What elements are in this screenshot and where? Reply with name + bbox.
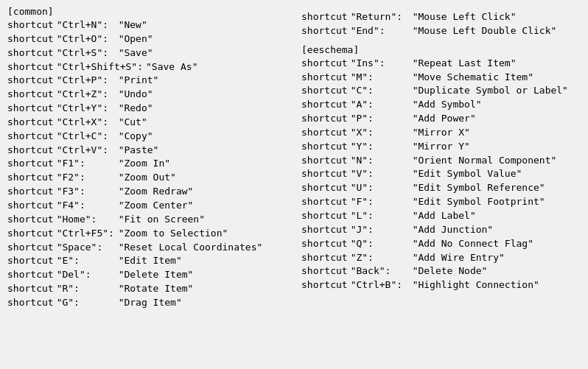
shortcut-keyword: shortcut [7,171,54,185]
shortcut-key: "Ctrl+F5": [57,227,116,241]
shortcut-row: shortcut"End":"Mouse Left Double Click" [301,24,581,38]
shortcut-desc: "New" [119,18,147,32]
shortcut-keyword: shortcut [7,241,54,255]
shortcut-keyword: shortcut [301,264,348,278]
shortcut-key: "Ctrl+O": [57,32,116,46]
section-header-0-0: [common] [7,6,287,17]
shortcut-keyword: shortcut [301,278,348,292]
shortcut-key: "P": [351,112,410,126]
shortcut-desc: "Highlight Connection" [413,278,539,292]
shortcut-row: shortcut"U":"Edit Symbol Reference" [301,181,581,195]
shortcut-keyword: shortcut [7,130,54,144]
shortcut-desc: "Zoom Center" [119,199,194,213]
shortcut-desc: "Add Wire Entry" [413,251,505,265]
shortcut-key: "Ctrl+C": [57,130,116,144]
shortcut-row: shortcut"Space":"Reset Local Coordinates… [7,241,287,255]
shortcut-keyword: shortcut [7,32,54,46]
shortcut-row: shortcut"F2":"Zoom Out" [7,171,287,185]
shortcut-key: "Return": [351,10,410,24]
shortcut-keyword: shortcut [7,213,54,227]
shortcut-key: "Del": [57,268,116,282]
shortcut-row: shortcut"F3":"Zoom Redraw" [7,185,287,199]
shortcut-key: "Back": [351,264,410,278]
shortcut-key: "Ctrl+V": [57,144,116,158]
shortcut-row: shortcut"Return":"Mouse Left Click" [301,10,581,24]
shortcut-row: shortcut"F1":"Zoom In" [7,157,287,171]
shortcut-desc: "Delete Node" [413,264,488,278]
shortcut-row: shortcut"Ctrl+Shift+S":"Save As" [7,60,287,74]
shortcut-key: "E": [57,254,116,268]
shortcut-desc: "Mirror Y" [413,140,470,154]
shortcut-key: "Ctrl+B": [351,278,410,292]
shortcut-keyword: shortcut [7,185,54,199]
shortcut-row: shortcut"Del":"Delete Item" [7,268,287,282]
shortcut-row: shortcut"Home":"Fit on Screen" [7,213,287,227]
shortcut-desc: "Reset Local Coordinates" [119,241,263,255]
shortcut-desc: "Zoom Redraw" [119,185,194,199]
shortcut-keyword: shortcut [301,223,348,237]
shortcut-key: "Y": [351,140,410,154]
shortcut-desc: "Edit Symbol Reference" [413,181,545,195]
shortcut-row: shortcut"Q":"Add No Connect Flag" [301,237,581,251]
shortcut-keyword: shortcut [301,251,348,265]
section-header-1-1: [eeschema] [301,44,581,55]
shortcut-keyword: shortcut [301,167,348,181]
shortcut-key: "Ctrl+S": [57,46,116,60]
shortcut-desc: "Rotate Item" [119,282,194,296]
shortcut-keyword: shortcut [7,268,54,282]
shortcut-key: "F4": [57,199,116,213]
shortcut-row: shortcut"Ins":"Repeat Last Item" [301,57,581,71]
shortcut-key: "Z": [351,251,410,265]
shortcut-row: shortcut"Ctrl+C":"Copy" [7,130,287,144]
shortcut-key: "Space": [57,241,116,255]
shortcut-desc: "Mirror X" [413,126,470,140]
shortcut-keyword: shortcut [7,102,54,116]
shortcut-row: shortcut"Ctrl+P":"Print" [7,74,287,88]
shortcut-key: "Ins": [351,57,410,71]
shortcut-key: "C": [351,84,410,98]
shortcut-key: "F2": [57,171,116,185]
shortcut-keyword: shortcut [7,144,54,158]
shortcut-key: "F1": [57,157,116,171]
shortcut-row: shortcut"Ctrl+Y":"Redo" [7,102,287,116]
shortcut-row: shortcut"N":"Orient Normal Component" [301,154,581,168]
shortcut-key: "Ctrl+P": [57,74,116,88]
shortcut-keyword: shortcut [301,209,348,223]
shortcut-keyword: shortcut [7,282,54,296]
shortcut-row: shortcut"Ctrl+O":"Open" [7,32,287,46]
shortcut-key: "J": [351,223,410,237]
shortcut-keyword: shortcut [7,296,54,310]
shortcut-key: "F": [351,195,410,209]
shortcut-desc: "Paste" [119,144,159,158]
shortcut-key: "L": [351,209,410,223]
shortcut-desc: "Delete Item" [119,268,194,282]
shortcut-key: "X": [351,126,410,140]
column-1: shortcut"Return":"Mouse Left Click"short… [301,6,581,310]
shortcut-keyword: shortcut [7,116,54,130]
shortcut-keyword: shortcut [301,126,348,140]
column-0: [common]shortcut"Ctrl+N":"New"shortcut"C… [7,6,287,310]
shortcut-desc: "Redo" [119,102,153,116]
shortcut-row: shortcut"L":"Add Label" [301,209,581,223]
shortcut-desc: "Add Power" [413,112,476,126]
shortcut-row: shortcut"V":"Edit Symbol Value" [301,167,581,181]
shortcut-keyword: shortcut [7,88,54,102]
shortcut-row: shortcut"Z":"Add Wire Entry" [301,251,581,265]
shortcut-desc: "Mouse Left Double Click" [413,24,557,38]
shortcut-row: shortcut"E":"Edit Item" [7,254,287,268]
shortcut-keyword: shortcut [7,60,54,74]
shortcut-row: shortcut"Ctrl+S":"Save" [7,46,287,60]
shortcut-desc: "Add No Connect Flag" [413,237,533,251]
shortcut-key: "Ctrl+Shift+S": [57,60,143,74]
main-content: [common]shortcut"Ctrl+N":"New"shortcut"C… [7,6,581,310]
shortcut-row: shortcut"Ctrl+X":"Cut" [7,116,287,130]
shortcut-desc: "Copy" [119,130,153,144]
shortcut-row: shortcut"X":"Mirror X" [301,126,581,140]
shortcut-keyword: shortcut [301,84,348,98]
shortcut-row: shortcut"Ctrl+Z":"Undo" [7,88,287,102]
shortcut-row: shortcut"C":"Duplicate Symbol or Label" [301,84,581,98]
shortcut-desc: "Add Symbol" [413,98,482,112]
shortcut-keyword: shortcut [7,46,54,60]
shortcut-keyword: shortcut [301,195,348,209]
shortcut-keyword: shortcut [7,74,54,88]
